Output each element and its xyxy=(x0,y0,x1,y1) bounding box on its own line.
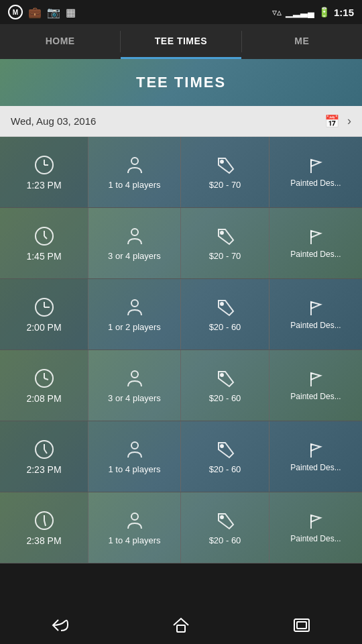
status-bar: M 💼 📷 ▦ ▿▵ ▁▂▃▄ 🔋 1:15 xyxy=(0,0,362,24)
status-time: 1:15 xyxy=(334,7,354,18)
tab-tee-times[interactable]: TEE TIMES xyxy=(121,24,241,59)
course-label-5: Painted Des... xyxy=(288,534,343,543)
svg-point-10 xyxy=(221,231,223,234)
time-cell-3: 2:08 PM xyxy=(0,350,88,421)
page-title: TEE TIMES xyxy=(136,74,226,91)
players-cell-2: 1 or 2 players xyxy=(88,279,181,350)
tee-row[interactable]: 1:45 PM 3 or 4 players $20 - 70 Painted … xyxy=(0,208,362,279)
home-icon xyxy=(172,616,190,634)
course-cell-3: Painted Des... xyxy=(269,350,362,421)
svg-point-15 xyxy=(131,300,138,307)
flag-icon xyxy=(307,513,324,530)
time-label-4: 2:23 PM xyxy=(26,464,61,475)
price-label-3: $20 - 60 xyxy=(209,393,241,403)
briefcase-icon: 💼 xyxy=(28,6,42,19)
price-label-2: $20 - 60 xyxy=(209,322,241,332)
next-date-arrow[interactable]: › xyxy=(347,114,351,128)
players-label-3: 3 or 4 players xyxy=(108,393,161,403)
back-icon xyxy=(52,619,69,632)
svg-line-20 xyxy=(44,378,48,380)
battery-icon: 🔋 xyxy=(318,7,330,17)
time-label-3: 2:08 PM xyxy=(26,393,61,404)
svg-rect-36 xyxy=(177,625,185,632)
svg-point-3 xyxy=(131,158,138,164)
tee-row[interactable]: 2:23 PM 1 to 4 players $20 - 60 Painted … xyxy=(0,421,362,492)
clock-icon xyxy=(34,297,55,318)
tab-home-label: HOME xyxy=(46,36,75,46)
tag-icon xyxy=(215,154,236,176)
date-right-controls: 📅 › xyxy=(324,114,351,129)
barcode-icon: ▦ xyxy=(66,6,76,19)
course-cell-5: Painted Des... xyxy=(269,492,362,563)
price-label-4: $20 - 60 xyxy=(209,464,241,474)
tag-icon xyxy=(215,439,236,460)
time-cell-0: 1:23 PM xyxy=(0,137,88,207)
player-icon xyxy=(124,154,145,176)
flag-icon xyxy=(307,299,324,317)
nav-tabs: HOME TEE TIMES ME xyxy=(0,24,362,59)
recent-apps-icon xyxy=(293,618,310,633)
tee-row[interactable]: 2:08 PM 3 or 4 players $20 - 60 Painted … xyxy=(0,350,362,421)
tab-me[interactable]: ME xyxy=(242,24,362,59)
flag-icon xyxy=(307,157,324,174)
tag-icon xyxy=(215,368,236,389)
tag-icon xyxy=(215,225,236,247)
svg-point-4 xyxy=(221,160,223,163)
tee-row[interactable]: 2:38 PM 1 to 4 players $20 - 60 Painted … xyxy=(0,492,362,564)
players-label-0: 1 to 4 players xyxy=(108,180,160,190)
price-cell-4: $20 - 60 xyxy=(181,421,269,492)
tee-times-list: 1:23 PM 1 to 4 players $20 - 70 Painted … xyxy=(0,137,362,606)
tee-row[interactable]: 1:23 PM 1 to 4 players $20 - 70 Painted … xyxy=(0,137,362,208)
recent-apps-button[interactable] xyxy=(282,612,322,639)
clock-icon xyxy=(34,439,55,460)
players-cell-4: 1 to 4 players xyxy=(88,421,181,492)
svg-line-26 xyxy=(44,449,47,453)
svg-rect-38 xyxy=(297,622,306,629)
course-cell-2: Painted Des... xyxy=(269,279,362,350)
time-label-2: 2:00 PM xyxy=(26,322,61,333)
calendar-icon[interactable]: 📅 xyxy=(324,114,339,129)
wifi-icon: ▿▵ xyxy=(272,7,282,17)
price-cell-0: $20 - 70 xyxy=(181,137,269,207)
price-label-1: $20 - 70 xyxy=(209,251,241,261)
svg-point-33 xyxy=(131,513,138,520)
svg-point-22 xyxy=(221,374,223,376)
price-cell-1: $20 - 70 xyxy=(181,208,269,278)
tag-icon xyxy=(215,297,236,318)
svg-point-28 xyxy=(221,445,223,447)
price-cell-5: $20 - 60 xyxy=(181,492,269,563)
player-icon xyxy=(124,510,145,531)
course-label-2: Painted Des... xyxy=(288,321,343,330)
home-button[interactable] xyxy=(161,612,201,639)
status-right-icons: ▿▵ ▁▂▃▄ 🔋 1:15 xyxy=(272,7,354,18)
players-cell-3: 3 or 4 players xyxy=(88,350,181,421)
svg-line-8 xyxy=(44,236,47,239)
course-cell-4: Painted Des... xyxy=(269,421,362,492)
svg-point-9 xyxy=(131,229,138,235)
clock-icon xyxy=(34,510,55,531)
course-cell-1: Painted Des... xyxy=(269,208,362,278)
course-label-1: Painted Des... xyxy=(288,250,343,259)
flag-icon xyxy=(307,370,324,388)
svg-point-27 xyxy=(131,442,138,449)
svg-point-16 xyxy=(221,303,223,305)
time-cell-2: 2:00 PM xyxy=(0,279,88,350)
tab-tee-times-label: TEE TIMES xyxy=(155,36,207,46)
price-cell-2: $20 - 60 xyxy=(181,279,269,350)
svg-point-21 xyxy=(131,371,138,378)
back-button[interactable] xyxy=(40,612,80,639)
time-cell-4: 2:23 PM xyxy=(0,421,88,492)
clock-icon xyxy=(34,225,55,247)
player-icon xyxy=(124,297,145,318)
svg-point-34 xyxy=(221,516,223,519)
tee-row[interactable]: 2:00 PM 1 or 2 players $20 - 60 Painted … xyxy=(0,279,362,350)
tab-home[interactable]: HOME xyxy=(0,24,120,59)
time-cell-5: 2:38 PM xyxy=(0,492,88,563)
page-header: TEE TIMES xyxy=(0,59,362,106)
player-icon xyxy=(124,368,145,389)
price-cell-3: $20 - 60 xyxy=(181,350,269,421)
clock-icon xyxy=(34,154,55,176)
clock-icon xyxy=(34,368,55,389)
flag-icon xyxy=(307,228,324,246)
players-label-1: 3 or 4 players xyxy=(108,251,161,261)
